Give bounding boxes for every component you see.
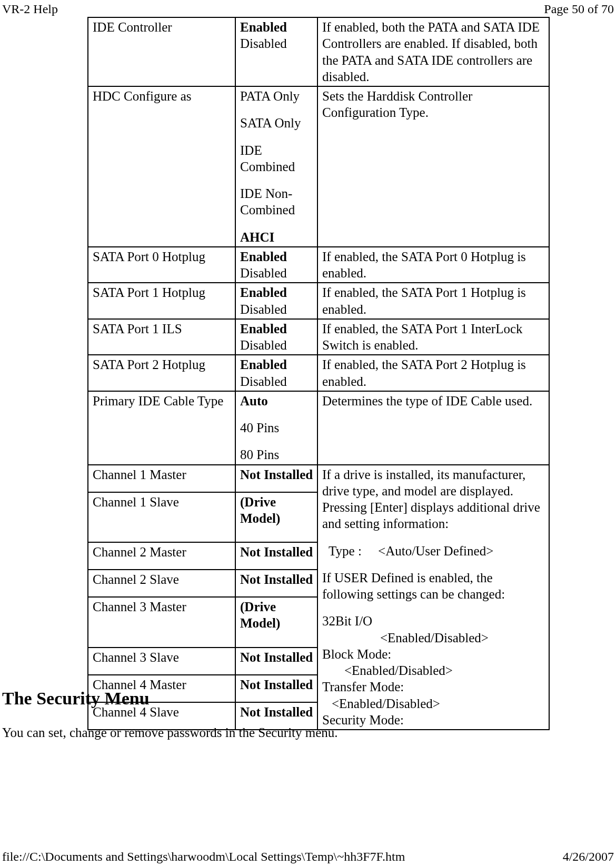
setting-name: Channel 2 Slave: [88, 570, 235, 597]
setting-value: Not Installed: [235, 648, 317, 675]
setting-options: PATA Only SATA Only IDE Combined IDE Non…: [235, 86, 317, 247]
setting-value: (Drive Model): [235, 492, 317, 543]
setting-name: Channel 3 Slave: [88, 648, 235, 675]
setting-description: If enabled, the SATA Port 2 Hotplug is e…: [317, 355, 549, 391]
setting-options: Enabled Disabled: [235, 247, 317, 283]
setting-name: SATA Port 1 ILS: [88, 319, 235, 355]
option-value: Disabled: [240, 265, 314, 281]
setting-name: Channel 2 Master: [88, 542, 235, 570]
section-description: You can set, change or remove passwords …: [2, 725, 338, 740]
subsetting-name: Transfer Mode:: [322, 679, 545, 695]
header-left: VR-2 Help: [2, 2, 58, 16]
setting-description: Determines the type of IDE Cable used.: [317, 391, 549, 465]
subsetting-value: <Enabled/Disabled>: [322, 662, 545, 679]
setting-value: Not Installed: [235, 542, 317, 570]
option-value: IDE Non-Combined: [240, 185, 314, 218]
setting-value: Not Installed: [235, 570, 317, 597]
bios-table: IDE Controller Enabled Disabled If enabl…: [87, 17, 550, 730]
setting-options: Enabled Disabled: [235, 355, 317, 391]
desc-text: If USER Defined is enabled, the followin…: [322, 570, 545, 603]
setting-name: Channel 1 Slave: [88, 492, 235, 543]
option-value: Enabled: [240, 321, 314, 337]
setting-options: Enabled Disabled: [235, 17, 317, 86]
option-value: Disabled: [240, 373, 314, 390]
setting-options: Auto 40 Pins 80 Pins: [235, 391, 317, 465]
option-value: AHCI: [240, 229, 314, 245]
channel-description: If a drive is installed, its manufacture…: [317, 465, 549, 730]
setting-name: SATA Port 1 Hotplug: [88, 283, 235, 319]
option-value: Enabled: [240, 356, 314, 373]
page: VR-2 Help Page 50 of 70 IDE Controller E…: [0, 0, 616, 866]
setting-value: Not Installed: [235, 675, 317, 702]
section-heading: The Security Menu: [2, 689, 150, 709]
setting-options: Enabled Disabled: [235, 283, 317, 319]
table-row: IDE Controller Enabled Disabled If enabl…: [88, 17, 549, 86]
option-value: Enabled: [240, 284, 314, 301]
setting-name: SATA Port 2 Hotplug: [88, 355, 235, 391]
subsetting-value: <Enabled/Disabled>: [322, 630, 545, 646]
table-row: HDC Configure as PATA Only SATA Only IDE…: [88, 86, 549, 247]
setting-description: If enabled, the SATA Port 1 Hotplug is e…: [317, 283, 549, 319]
option-value: Disabled: [240, 301, 314, 317]
setting-name: Primary IDE Cable Type: [88, 391, 235, 465]
setting-name: SATA Port 0 Hotplug: [88, 247, 235, 283]
footer-path: file://C:\Documents and Settings\harwood…: [2, 850, 405, 864]
header-right: Page 50 of 70: [544, 2, 614, 16]
subsetting-name: 32Bit I/O: [322, 613, 545, 629]
subsetting-name: Security Mode:: [322, 712, 545, 728]
bios-table-wrapper: IDE Controller Enabled Disabled If enabl…: [87, 17, 549, 730]
setting-name: HDC Configure as: [88, 86, 235, 247]
setting-description: If enabled, the SATA Port 0 Hotplug is e…: [317, 247, 549, 283]
option-value: PATA Only: [240, 88, 314, 104]
footer-date: 4/26/2007: [563, 850, 614, 864]
table-row: SATA Port 1 ILS Enabled Disabled If enab…: [88, 319, 549, 355]
table-row: Primary IDE Cable Type Auto 40 Pins 80 P…: [88, 391, 549, 465]
subsetting-name: Block Mode:: [322, 646, 545, 662]
table-row: SATA Port 0 Hotplug Enabled Disabled If …: [88, 247, 549, 283]
option-value: Disabled: [240, 337, 314, 353]
option-value: IDE Combined: [240, 142, 314, 175]
setting-name: Channel 1 Master: [88, 465, 235, 492]
option-value: SATA Only: [240, 115, 314, 131]
option-value: Enabled: [240, 19, 314, 35]
subsetting-value: <Enabled/Disabled>: [322, 695, 545, 712]
setting-options: Enabled Disabled: [235, 319, 317, 355]
option-value: Enabled: [240, 248, 314, 265]
setting-name: Channel 3 Master: [88, 597, 235, 648]
setting-description: Sets the Harddisk Controller Configurati…: [317, 86, 549, 247]
setting-value: (Drive Model): [235, 597, 317, 648]
table-row: SATA Port 1 Hotplug Enabled Disabled If …: [88, 283, 549, 319]
setting-value: Not Installed: [235, 465, 317, 492]
desc-text: If a drive is installed, its manufacture…: [322, 466, 545, 532]
option-value: 40 Pins: [240, 420, 314, 436]
type-line: Type : <Auto/User Defined>: [322, 543, 545, 559]
table-row: SATA Port 2 Hotplug Enabled Disabled If …: [88, 355, 549, 391]
option-value: 80 Pins: [240, 446, 314, 463]
setting-name: IDE Controller: [88, 17, 235, 86]
setting-description: If enabled, both the PATA and SATA IDE C…: [317, 17, 549, 86]
table-row: Channel 1 Master Not Installed If a driv…: [88, 465, 549, 492]
setting-description: If enabled, the SATA Port 1 InterLock Sw…: [317, 319, 549, 355]
option-value: Auto: [240, 393, 314, 409]
option-value: Disabled: [240, 35, 314, 52]
